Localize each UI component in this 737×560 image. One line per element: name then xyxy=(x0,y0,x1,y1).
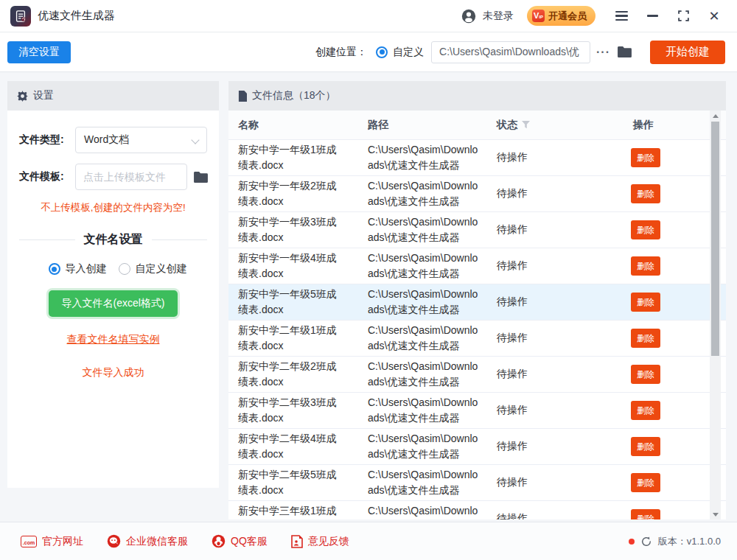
template-upload-input[interactable] xyxy=(75,164,187,190)
table-row: 新安中学一年级4班成绩表.docx C:\Users\Qasim\Downloa… xyxy=(228,248,726,284)
browse-folder-icon[interactable] xyxy=(617,46,632,58)
cell-name: 新安中学二年级3班成绩表.docx xyxy=(238,393,341,428)
maximize-icon[interactable] xyxy=(677,10,690,23)
qq-icon xyxy=(212,534,226,548)
clear-settings-button[interactable]: 清空设置 xyxy=(7,41,71,63)
filename-section-title: 文件名设置 xyxy=(84,232,143,248)
cell-path: C:\Users\Qasim\Downloads\优速文件生成器 xyxy=(368,501,481,519)
scrollbar-thumb[interactable] xyxy=(711,122,719,356)
row-delete-button[interactable]: 删除 xyxy=(631,184,660,203)
cell-name: 新安中学三年级1班成绩表.docx xyxy=(238,501,341,519)
chevron-down-icon xyxy=(191,136,199,144)
radio-selected-icon xyxy=(49,263,60,275)
custom-create-radio[interactable]: 自定义创建 xyxy=(119,262,187,276)
scroll-down-icon[interactable] xyxy=(710,509,721,519)
settings-panel-header: 设置 xyxy=(7,81,219,111)
settings-panel-title: 设置 xyxy=(33,89,54,102)
path-more-button[interactable]: ··· xyxy=(596,46,610,59)
create-location-label: 创建位置： xyxy=(315,46,367,59)
row-delete-button[interactable]: 删除 xyxy=(631,148,660,167)
cell-path: C:\Users\Qasim\Downloads\优速文件生成器 xyxy=(368,357,481,392)
radio-unselected-icon xyxy=(119,263,130,275)
file-type-value: Word文档 xyxy=(84,133,129,147)
open-vip-button[interactable]: VIP 开通会员 xyxy=(527,6,595,26)
title-bar: 优速文件生成器 未登录 VIP 开通会员 xyxy=(0,0,737,32)
feedback-link[interactable]: 意见反馈 xyxy=(291,535,349,548)
cell-name: 新安中学一年级3班成绩表.docx xyxy=(238,212,341,248)
table-row: 新安中学二年级4班成绩表.docx C:\Users\Qasim\Downloa… xyxy=(228,429,726,465)
cell-status: 待操作 xyxy=(497,368,625,381)
toolbar-right: 创建位置： 自定义 ··· 开始创建 xyxy=(315,41,725,64)
row-delete-button[interactable]: 删除 xyxy=(631,293,660,312)
row-delete-button[interactable]: 删除 xyxy=(631,509,660,519)
table-row: 新安中学一年级1班成绩表.docx C:\Users\Qasim\Downloa… xyxy=(228,140,726,176)
toolbar: 清空设置 创建位置： 自定义 ··· 开始创建 xyxy=(0,32,737,72)
row-delete-button[interactable]: 删除 xyxy=(631,329,660,348)
filename-example-link[interactable]: 查看文件名填写实例 xyxy=(19,333,207,346)
vertical-scrollbar[interactable] xyxy=(710,111,721,519)
app-window: 优速文件生成器 未登录 VIP 开通会员 xyxy=(0,0,737,560)
cell-path: C:\Users\Qasim\Downloads\优速文件生成器 xyxy=(368,429,481,464)
close-icon[interactable]: ✕ xyxy=(708,10,721,23)
version-label: 版本：v1.1.0.0 xyxy=(658,535,721,548)
table-row: 新安中学一年级2班成绩表.docx C:\Users\Qasim\Downloa… xyxy=(228,176,726,212)
table-row: 新安中学二年级3班成绩表.docx C:\Users\Qasim\Downloa… xyxy=(228,393,726,429)
qq-support-link[interactable]: QQ客服 xyxy=(212,534,268,548)
cell-path: C:\Users\Qasim\Downloads\优速文件生成器 xyxy=(368,465,481,500)
row-delete-button[interactable]: 删除 xyxy=(631,473,660,492)
gear-icon xyxy=(17,91,28,102)
column-path: 路径 xyxy=(368,119,497,132)
start-create-button[interactable]: 开始创建 xyxy=(650,41,725,64)
import-status-text: 文件导入成功 xyxy=(19,366,207,379)
cell-status: 待操作 xyxy=(497,512,625,519)
refresh-icon[interactable] xyxy=(640,536,652,547)
file-type-label: 文件类型: xyxy=(19,133,75,147)
cell-name: 新安中学一年级1班成绩表.docx xyxy=(238,140,341,175)
row-delete-button[interactable]: 删除 xyxy=(631,401,660,420)
official-website-label: 官方网址 xyxy=(42,535,83,548)
status-dot xyxy=(629,539,635,545)
settings-body: 文件类型: Word文档 文件模板: 不上传模板,创建的文件内容 xyxy=(7,111,219,488)
file-info-header: 文件信息（18个） xyxy=(228,81,726,111)
cell-name: 新安中学二年级4班成绩表.docx xyxy=(238,429,341,464)
file-info-title: 文件信息（18个） xyxy=(252,89,336,102)
output-path-input[interactable] xyxy=(431,41,590,63)
row-delete-button[interactable]: 删除 xyxy=(631,365,660,384)
wechat-icon xyxy=(107,534,121,548)
cell-status: 待操作 xyxy=(497,295,625,309)
cell-name: 新安中学一年级5班成绩表.docx xyxy=(238,284,341,320)
cell-path: C:\Users\Qasim\Downloads\优速文件生成器 xyxy=(368,140,481,175)
scroll-up-icon[interactable] xyxy=(710,111,721,121)
filename-section-divider: 文件名设置 xyxy=(19,232,207,248)
import-create-radio[interactable]: 导入创建 xyxy=(49,262,107,276)
cell-path: C:\Users\Qasim\Downloads\优速文件生成器 xyxy=(368,176,481,211)
import-create-label: 导入创建 xyxy=(66,262,107,276)
row-delete-button[interactable]: 删除 xyxy=(631,256,660,276)
cell-status: 待操作 xyxy=(497,476,625,489)
minimize-icon[interactable] xyxy=(646,10,659,23)
custom-location-radio[interactable]: 自定义 xyxy=(376,46,424,59)
menu-icon[interactable] xyxy=(615,10,628,23)
cell-status: 待操作 xyxy=(497,404,625,417)
column-name: 名称 xyxy=(238,119,368,132)
filter-funnel-icon[interactable] xyxy=(522,121,530,129)
import-filenames-button[interactable]: 导入文件名(excel格式) xyxy=(49,290,177,317)
app-title: 优速文件生成器 xyxy=(38,9,115,23)
radio-selected-icon xyxy=(376,46,388,58)
cell-path: C:\Users\Qasim\Downloads\优速文件生成器 xyxy=(368,212,481,248)
login-status[interactable]: 未登录 xyxy=(461,8,514,24)
row-delete-button[interactable]: 删除 xyxy=(631,437,660,456)
cell-name: 新安中学一年级2班成绩表.docx xyxy=(238,176,341,211)
wechat-support-link[interactable]: 企业微信客服 xyxy=(107,534,188,548)
cell-status: 待操作 xyxy=(497,187,625,200)
footer: .com 官方网址 企业微信客服 xyxy=(0,522,737,560)
feedback-icon xyxy=(291,535,303,548)
app-logo-icon xyxy=(10,6,31,27)
cell-name: 新安中学二年级2班成绩表.docx xyxy=(238,357,341,392)
file-type-select[interactable]: Word文档 xyxy=(75,127,207,153)
row-delete-button[interactable]: 删除 xyxy=(631,220,660,239)
wechat-support-label: 企业微信客服 xyxy=(126,535,188,548)
template-folder-icon[interactable] xyxy=(193,171,209,183)
official-website-link[interactable]: .com 官方网址 xyxy=(21,535,83,548)
create-mode-radio-group: 导入创建 自定义创建 xyxy=(19,262,207,276)
